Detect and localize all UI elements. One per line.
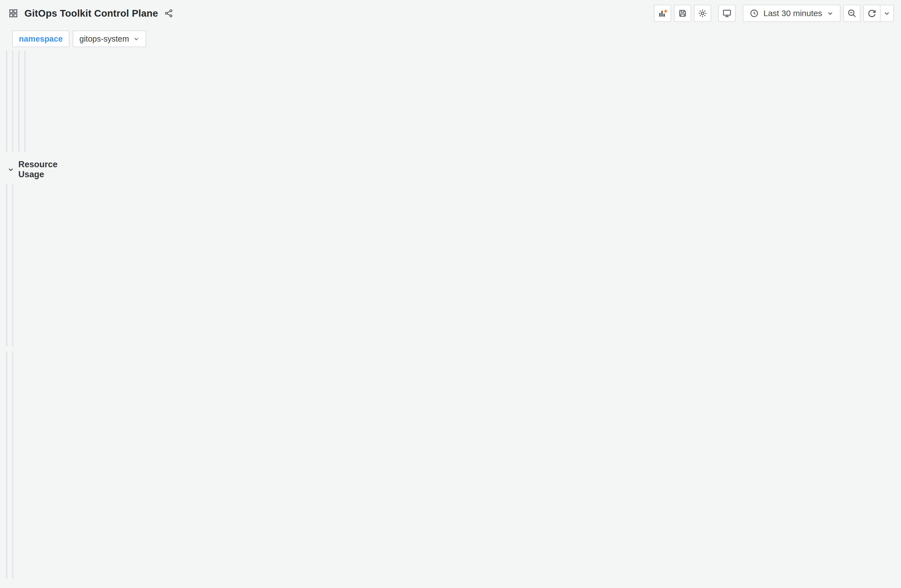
panel-api-requests: API Requests 4.7 bbox=[25, 50, 25, 152]
timeseries-row-1: Kubernetes API Requests Duration 0 ns50 … bbox=[6, 184, 12, 347]
namespace-variable-value: gitops-system bbox=[80, 34, 129, 44]
api-requests-sparkline bbox=[25, 113, 25, 151]
time-range-picker[interactable]: Last 30 minutes bbox=[743, 5, 840, 22]
namespace-variable-select[interactable]: gitops-system bbox=[73, 31, 146, 47]
legend-header: avgcurrent bbox=[7, 538, 7, 550]
panel-memory-usage: Memory Usage 0 B10 MiB19 MiB29 MiB38 MiB… bbox=[12, 352, 13, 579]
legend-row: notification-controller-6d56575dc-5w9n97… bbox=[13, 576, 13, 579]
namespace-variable-label: namespace bbox=[12, 31, 69, 47]
settings-gear-icon bbox=[698, 8, 708, 18]
legend-row: kustomize-controller-6c6784b468-7kzfp284… bbox=[13, 563, 13, 576]
timeseries-row-2: CPU Usage 0 ns100 ms200 ms300 ms400 ms50… bbox=[6, 352, 12, 579]
chevron-down-icon bbox=[133, 36, 140, 42]
dashboard-grid-icon[interactable] bbox=[8, 8, 18, 18]
legend-row: helm-controller-57f9b56bbf-k24mk360.5 Ki… bbox=[13, 550, 13, 563]
legend-header: avgcurrent bbox=[13, 330, 13, 341]
zoom-out-time-button[interactable] bbox=[843, 5, 860, 22]
panel-work-queue: Work Queue 9.7 s bbox=[12, 50, 13, 152]
chevron-down-icon bbox=[883, 10, 890, 17]
tv-icon bbox=[722, 8, 732, 18]
refresh-button-group bbox=[863, 5, 894, 22]
chevron-down-icon bbox=[826, 10, 834, 17]
panel-k8s-api-requests: Kubernetes API Requests 05101515:0515:10… bbox=[12, 184, 13, 347]
work-queue-stat-value: 9.7 bbox=[12, 90, 13, 125]
panel-controllers: Controllers 4 bbox=[6, 50, 7, 152]
add-panel-button[interactable] bbox=[654, 5, 671, 22]
legend-row: total4.744.44 bbox=[13, 341, 13, 347]
legend-header: avgcurrent bbox=[13, 538, 13, 550]
panel-cpu-usage: CPU Usage 0 ns100 ms200 ms300 ms400 ms50… bbox=[6, 352, 7, 579]
dashboard-toolbar: GitOps Toolkit Control Plane bbox=[0, 0, 901, 26]
controllers-stat-value: 4 bbox=[6, 79, 7, 139]
legend-row: kustomize-controller-6c6784b468-7kzfp5 m… bbox=[7, 563, 7, 576]
panel-memory-gauge: Memory 42.5 Mb bbox=[18, 50, 19, 152]
work-queue-sparkline bbox=[13, 110, 13, 151]
legend-row: notification-controller-6d56575dc-5w9n93… bbox=[7, 576, 7, 579]
section-title: Resource Usage bbox=[18, 159, 58, 179]
variables-bar: namespace gitops-system bbox=[0, 26, 901, 48]
refresh-icon bbox=[867, 8, 877, 18]
save-icon bbox=[678, 9, 687, 18]
share-icon[interactable] bbox=[164, 9, 173, 18]
refresh-button[interactable] bbox=[863, 5, 881, 22]
clock-icon bbox=[750, 9, 759, 18]
dashboard-title: GitOps Toolkit Control Plane bbox=[25, 8, 158, 19]
cycle-view-mode-button[interactable] bbox=[719, 5, 736, 22]
save-dashboard-button[interactable] bbox=[674, 5, 691, 22]
stats-row: Controllers 4 Work Queue 9.7 s Memory bbox=[6, 50, 12, 152]
legend-header: avgcurrent bbox=[7, 339, 7, 347]
chevron-down-icon bbox=[7, 166, 14, 173]
dashboard-grid: Controllers 4 Work Queue 9.7 s Memory bbox=[0, 48, 19, 52]
panel-k8s-api-requests-duration: Kubernetes API Requests Duration 0 ns50 … bbox=[6, 184, 7, 347]
api-requests-stat-value: 4.7 bbox=[25, 89, 25, 123]
add-panel-icon bbox=[658, 8, 667, 18]
zoom-out-icon bbox=[847, 8, 857, 18]
time-range-label: Last 30 minutes bbox=[763, 9, 822, 18]
section-resource-usage[interactable]: Resource Usage bbox=[6, 152, 12, 184]
legend-row: helm-controller-57f9b56bbf-k24mk5 ms4 ms bbox=[7, 550, 7, 563]
grafana-dashboard: GitOps Toolkit Control Plane bbox=[0, 0, 901, 588]
dashboard-settings-button[interactable] bbox=[694, 5, 711, 22]
refresh-interval-dropdown[interactable] bbox=[881, 5, 894, 22]
